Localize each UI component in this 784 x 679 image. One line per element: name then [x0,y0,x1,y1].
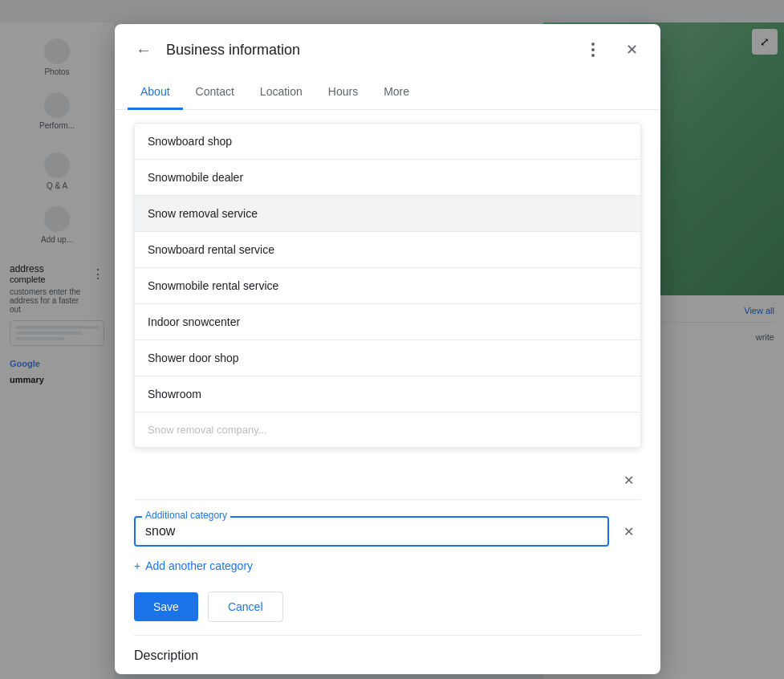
dropdown-item-2[interactable]: Snow removal service [135,196,640,232]
additional-category-label: Additional category [142,510,230,521]
tab-about[interactable]: About [128,75,183,110]
primary-category-row: ✕ [134,467,641,500]
add-category-label: Add another category [145,559,253,572]
back-icon: ← [136,41,152,59]
additional-category-row: Additional category ✕ [134,516,641,547]
clear-additional-icon: ✕ [624,524,634,539]
more-options-icon [591,43,595,57]
description-section-label: Description [134,649,641,663]
tab-bar: About Contact Location Hours More [115,75,660,110]
more-options-button[interactable] [577,34,609,66]
tab-hours[interactable]: Hours [315,75,371,110]
cancel-button[interactable]: Cancel [208,592,283,622]
dialog-body: Snowboard shop Snowmobile dealer Snow re… [115,110,660,674]
dropdown-item-1[interactable]: Snowmobile dealer [135,160,640,196]
close-icon: ✕ [626,41,638,59]
tab-more[interactable]: More [371,75,422,110]
dialog-header: ← Business information ✕ [115,24,660,75]
clear-primary-icon: ✕ [624,473,634,488]
additional-category-input-wrapper: Additional category [134,516,609,547]
clear-additional-category-button[interactable]: ✕ [615,518,641,544]
additional-category-input[interactable] [145,524,598,539]
dropdown-item-4[interactable]: Snowmobile rental service [135,268,640,304]
back-button[interactable]: ← [128,34,160,66]
dropdown-item-3[interactable]: Snowboard rental service [135,232,640,268]
dropdown-item-5[interactable]: Indoor snowcenter [135,304,640,340]
section-divider [134,635,641,636]
save-button[interactable]: Save [134,592,198,621]
category-dropdown: Snowboard shop Snowmobile dealer Snow re… [134,123,641,448]
tab-location[interactable]: Location [247,75,315,110]
dropdown-item-6[interactable]: Shower door shop [135,340,640,376]
add-another-category-link[interactable]: + Add another category [134,559,253,572]
dropdown-item-8[interactable]: Snow removal company... [135,413,640,447]
clear-primary-category-button[interactable]: ✕ [615,467,641,493]
dialog-title: Business information [166,42,571,59]
dropdown-item-0[interactable]: Snowboard shop [135,124,640,160]
dialog-actions: Save Cancel [134,592,641,622]
dropdown-item-7[interactable]: Showroom [135,376,640,413]
add-icon: + [134,559,140,572]
close-button[interactable]: ✕ [615,34,648,66]
tab-contact[interactable]: Contact [183,75,247,110]
business-information-dialog: ← Business information ✕ About Contact L… [115,24,660,674]
